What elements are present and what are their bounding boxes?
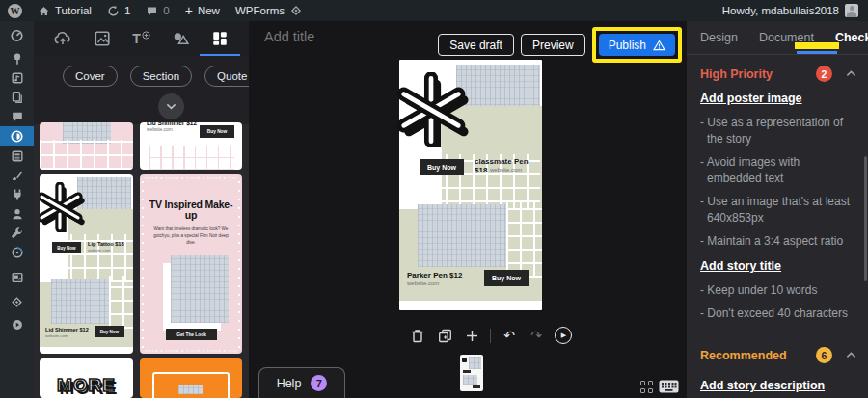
template-card-lid-shimmer[interactable]: Lid Shimmer $12 website.com Buy Now (140, 122, 242, 170)
checklist-scrollbar[interactable] (864, 156, 867, 281)
sidebar-item-tools[interactable] (0, 224, 34, 243)
header-buttons: Save draft Preview Publish (438, 27, 682, 63)
tab-page-templates[interactable] (203, 24, 236, 53)
new-content-menu[interactable]: + New (177, 0, 228, 21)
filter-pill-section[interactable]: Section (130, 66, 192, 87)
recommended-section-header[interactable]: Recommended 6 (700, 347, 856, 363)
preview-button[interactable]: Preview (521, 34, 585, 56)
sidebar-item-wpforms[interactable] (0, 292, 34, 311)
section-title: Recommended (700, 349, 787, 362)
help-button[interactable]: Help 7 (258, 367, 345, 398)
sidebar-item-web-stories[interactable] (0, 126, 34, 146)
image-placeholder (51, 279, 109, 324)
guideline-item: - Don't exceed 40 characters (700, 305, 851, 322)
template-card-orange[interactable] (140, 358, 242, 398)
sidebar-item-settings[interactable] (0, 243, 34, 262)
comments-menu[interactable]: 0 (138, 0, 176, 21)
redo-button[interactable]: ↷ (528, 327, 545, 344)
plus-icon: + (185, 4, 193, 17)
tab-upload-media[interactable] (46, 24, 79, 53)
tab-media-gallery[interactable] (86, 24, 119, 53)
template-card-pink-grid[interactable] (40, 122, 133, 170)
story-page-canvas[interactable]: Buy Now classmate Pen $18 website.com Pa… (399, 60, 542, 310)
trend-border-bottom: trend ● trend ● trend ● trend ● trend (145, 348, 237, 353)
poster-guidelines: - Use as a representation of the story -… (700, 115, 860, 250)
shapes-icon (172, 30, 190, 47)
delete-page-button[interactable] (409, 327, 426, 344)
sidebar-item-media[interactable] (0, 68, 34, 88)
image-placeholder[interactable] (418, 204, 506, 267)
user-avatar (845, 4, 858, 17)
duplicate-page-button[interactable] (436, 327, 453, 344)
story-title-input[interactable] (264, 29, 409, 44)
add-page-button[interactable] (463, 327, 480, 344)
account-menu[interactable]: Howdy, mdabullais2018 (722, 4, 868, 17)
add-story-description-link[interactable]: Add story description (700, 379, 825, 392)
inspector-tabs: Design Document Checklist ! (687, 21, 868, 55)
trend-border-top: trend ● trend ● trend ● trend ● trend (145, 175, 237, 180)
filter-pill-cover[interactable]: Cover (63, 66, 118, 87)
chevron-up-icon (846, 352, 856, 358)
tab-shapes[interactable] (164, 24, 197, 53)
sidebar-item-plugins[interactable] (0, 185, 34, 204)
trend-border-right (237, 180, 241, 348)
sidebar-item-widgets[interactable] (0, 146, 34, 166)
template-card-more[interactable]: MORE (40, 358, 133, 398)
product-name: Lid Shimmer $12 (147, 122, 197, 126)
play-preview-button[interactable]: ▶ (555, 327, 572, 344)
keyboard-shortcuts-button[interactable] (659, 380, 679, 397)
wpforms-menu[interactable]: WPForms (228, 0, 311, 21)
template-title: TV Inspired Make-up (148, 199, 234, 221)
sidebar-item-posts[interactable] (0, 49, 34, 68)
wpforms-label: WPForms (235, 5, 285, 16)
save-draft-button[interactable]: Save draft (438, 34, 514, 56)
sidebar-item-pages[interactable] (0, 88, 34, 107)
buy-now-button: Buy Now (95, 326, 124, 337)
checklist-annotation-highlight (795, 42, 839, 49)
buy-now-button[interactable]: Buy Now (420, 159, 464, 175)
grid-view-button[interactable] (640, 381, 653, 393)
add-poster-image-link[interactable]: Add poster image (700, 92, 802, 105)
wp-admin-sidebar (0, 21, 34, 398)
template-filter-strip: Cover Section Quote (34, 56, 249, 124)
page-thumbnail[interactable] (460, 355, 483, 391)
comment-bubble-icon (11, 110, 24, 123)
widgets-icon (11, 149, 24, 163)
title-guidelines: - Keep under 10 words - Don't exceed 40 … (700, 282, 860, 322)
buy-now-button: Buy Now (52, 242, 81, 253)
story-title-item: Add story title - Keep under 10 words - … (700, 256, 860, 329)
sidebar-item-gallery[interactable] (0, 268, 34, 287)
high-priority-section-header[interactable]: High Priority 2 (700, 66, 856, 82)
wp-logo-menu[interactable]: W (0, 0, 30, 21)
tab-text[interactable]: T (124, 24, 157, 53)
template-card-lip-tattoo[interactable]: Buy Now Lip Tattoo $18 website.com Lid S… (40, 174, 133, 354)
tab-checklist[interactable]: Checklist ! (835, 31, 868, 44)
get-the-look-button: Get The Look (166, 329, 217, 340)
wordpress-logo-icon: W (8, 4, 22, 18)
sidebar-item-video[interactable] (0, 315, 34, 334)
product-name[interactable]: Parker Pen $12 (407, 271, 462, 279)
sidebar-item-appearance[interactable] (0, 166, 34, 185)
product-site[interactable]: website.com (407, 280, 439, 286)
undo-button[interactable]: ↶ (501, 327, 518, 344)
collapse-filters-button[interactable] (158, 93, 184, 119)
guideline-item: - Use as a representation of the story (700, 115, 851, 147)
sidebar-item-dashboard[interactable] (0, 25, 34, 44)
product-site: website.com (88, 248, 110, 252)
sidebar-item-users[interactable] (0, 204, 34, 224)
gallery-icon (11, 271, 24, 284)
product-site: website.com (147, 127, 173, 132)
updates-menu[interactable]: 1 (99, 0, 138, 21)
buy-now-button[interactable]: Buy Now (484, 270, 529, 286)
grid-pattern (40, 140, 133, 170)
site-menu[interactable]: Tutorial (30, 0, 99, 21)
tab-design[interactable]: Design (700, 31, 738, 44)
publish-button[interactable]: Publish (599, 34, 675, 56)
wp-admin-bar: W Tutorial 1 0 + New WPForms Howdy, mdab… (0, 0, 868, 21)
asterisk-flower-shape[interactable] (393, 72, 469, 147)
template-card-tv-inspired[interactable]: trend ● trend ● trend ● trend ● trend tr… (140, 174, 242, 354)
add-story-title-link[interactable]: Add story title (700, 259, 781, 273)
sidebar-item-comments[interactable] (0, 107, 34, 126)
guideline-item: - Avoid images with embedded text (700, 154, 851, 187)
product-site[interactable]: website.com (490, 167, 522, 172)
